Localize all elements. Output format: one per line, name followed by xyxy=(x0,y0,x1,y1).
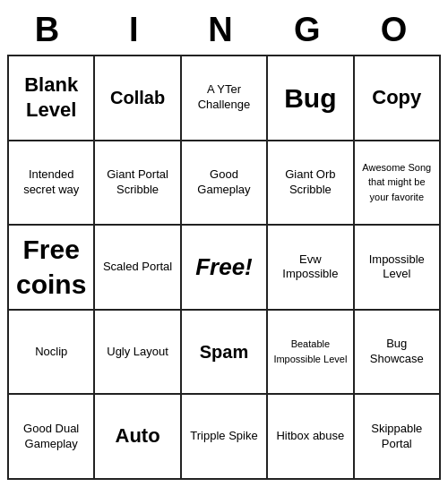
cell-r4-c1: Auto xyxy=(94,394,180,479)
cell-r4-c2: Tripple Spike xyxy=(181,394,267,479)
cell-r1-c1: Giant Portal Scribble xyxy=(94,141,180,226)
cell-r1-c0: Intended secret way xyxy=(8,141,94,226)
cell-r3-c2: Spam xyxy=(181,310,267,395)
cell-r1-c2: Good Gameplay xyxy=(181,141,267,226)
cell-r3-c0: Noclip xyxy=(8,310,94,395)
cell-r2-c1: Scaled Portal xyxy=(94,225,180,310)
title-n: N xyxy=(181,11,268,49)
cell-r2-c3: Evw Impossible xyxy=(267,225,353,310)
cell-r4-c4: Skippable Portal xyxy=(354,394,440,479)
cell-r3-c1: Ugly Layout xyxy=(94,310,180,395)
bingo-grid: Blank LevelCollabA YTer ChallengeBugCopy… xyxy=(7,55,441,480)
title-g: G xyxy=(267,11,354,49)
cell-r3-c4: Bug Showcase xyxy=(354,310,440,395)
cell-r0-c3: Bug xyxy=(267,56,353,141)
title-o: O xyxy=(354,11,441,49)
cell-r0-c4: Copy xyxy=(354,56,440,141)
cell-r4-c0: Good Dual Gameplay xyxy=(8,394,94,479)
cell-r1-c3: Giant Orb Scribble xyxy=(267,141,353,226)
title-i: I xyxy=(94,11,181,49)
cell-r4-c3: Hitbox abuse xyxy=(267,394,353,479)
cell-r0-c0: Blank Level xyxy=(8,56,94,141)
cell-r1-c4: Awesome Song that might be your favorite xyxy=(354,141,440,226)
cell-r0-c2: A YTer Challenge xyxy=(181,56,267,141)
cell-r3-c3: Beatable Impossible Level xyxy=(267,310,353,395)
cell-r0-c1: Collab xyxy=(94,56,180,141)
title-b: B xyxy=(7,11,94,49)
cell-r2-c2: Free! xyxy=(181,225,267,310)
cell-r2-c4: Impossible Level xyxy=(354,225,440,310)
bingo-title: B I N G O xyxy=(7,7,441,55)
cell-r2-c0: Free coins xyxy=(8,225,94,310)
